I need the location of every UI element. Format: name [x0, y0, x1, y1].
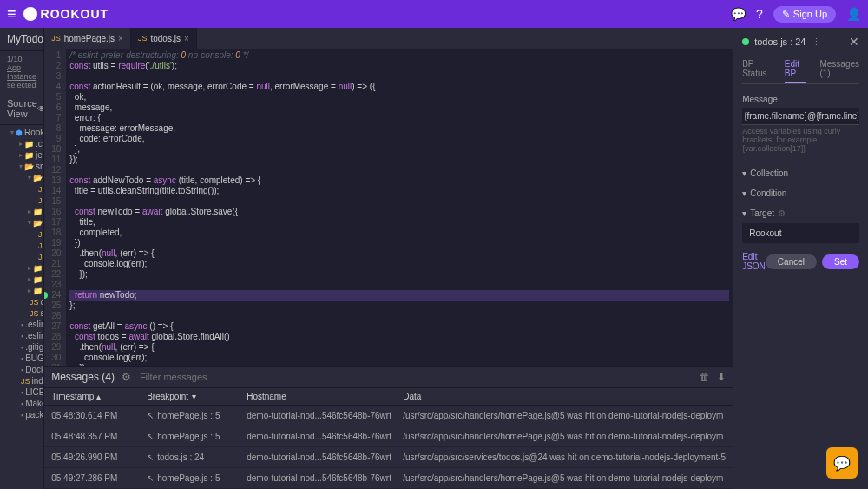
- logo: ROOKOUT: [23, 7, 109, 21]
- set-button[interactable]: Set: [822, 254, 859, 269]
- col-data[interactable]: Data: [403, 392, 726, 401]
- editor-tabs: JS homePage.js ×JS todos.js ×: [44, 28, 733, 49]
- tree-item[interactable]: JS homePage.js: [0, 195, 43, 206]
- bp-tabs: BP StatusEdit BPMessages (1): [742, 56, 859, 84]
- tab-close-icon[interactable]: ×: [184, 34, 189, 43]
- editor-tab[interactable]: JS todos.js ×: [131, 28, 197, 49]
- chevron-down-icon: ▾: [742, 208, 746, 218]
- code-editor[interactable]: 1234567891011121314151617181920212223242…: [44, 49, 733, 366]
- file-tree: ▾⬢ Rookout/tutorial-nodejs:master ▸📁 .ci…: [0, 125, 43, 489]
- arrow-icon: ↖: [147, 411, 154, 420]
- edit-json-link[interactable]: Edit JSON: [742, 252, 766, 271]
- collection-section[interactable]: ▾ Collection: [742, 163, 859, 183]
- tab-close-icon[interactable]: ×: [118, 34, 123, 43]
- topbar: ≡ ROOKOUT 💬 ? ✎ Sign Up 👤: [0, 0, 868, 28]
- tree-item[interactable]: ▪ Makefile: [0, 398, 43, 409]
- tree-item[interactable]: ▪ BUGHUNT.md: [0, 353, 43, 364]
- message-row[interactable]: 05:49:26.990 PM↖ todos.js : 24demo-tutor…: [44, 447, 733, 468]
- editor-tab[interactable]: JS homePage.js ×: [44, 28, 131, 49]
- download-icon[interactable]: ⬇: [717, 371, 726, 383]
- tree-item[interactable]: ▾📂 handlers: [0, 172, 43, 183]
- tree-item[interactable]: ▸📁 jenkins: [0, 149, 43, 161]
- tree-item[interactable]: ▪ package-lock.json: [0, 409, 43, 420]
- tree-item[interactable]: ▪ LICENSE: [0, 387, 43, 398]
- messages-panel: Messages (4) ⚙ 🗑 ⬇ Timestamp ▴ Breakpoin…: [44, 366, 733, 489]
- tree-item[interactable]: JS todos.js: [0, 240, 43, 251]
- message-row[interactable]: 05:48:30.614 PM↖ homePage.js : 5demo-tut…: [44, 406, 733, 426]
- arrow-icon: ↖: [147, 473, 154, 483]
- message-label: Message: [742, 95, 859, 104]
- message-hint: Access variables using curly brackets, f…: [742, 127, 859, 153]
- chevron-down-icon: ▾: [742, 188, 746, 198]
- condition-section[interactable]: ▾ Condition: [742, 183, 859, 203]
- message-row[interactable]: 05:49:27.286 PM↖ homePage.js : 5demo-tut…: [44, 468, 733, 489]
- target-section[interactable]: ▾ Target ⚙: [742, 203, 859, 223]
- tree-item[interactable]: ▾📂 services: [0, 217, 43, 228]
- status-dot-icon: [742, 38, 749, 45]
- messages-filter-input[interactable]: [138, 370, 693, 384]
- message-row[interactable]: 05:48:48.357 PM↖ homePage.js : 5demo-tut…: [44, 426, 733, 447]
- tree-item[interactable]: ▸📁 templates: [0, 274, 43, 285]
- more-icon[interactable]: ⋮: [812, 36, 821, 48]
- tree-item[interactable]: JS index.js: [0, 375, 43, 387]
- tree-item[interactable]: ▸📁 routes: [0, 206, 43, 217]
- tree-item[interactable]: ▾📂 src: [0, 161, 43, 172]
- tree-item[interactable]: ▸📁 .circleci: [0, 138, 43, 149]
- instance-link[interactable]: 1/10 App Instance selected: [0, 51, 43, 93]
- tree-item[interactable]: ▸📁 utils: [0, 285, 43, 296]
- help-icon[interactable]: ?: [756, 7, 763, 21]
- tree-item[interactable]: ▪ .eslintignore: [0, 319, 43, 330]
- tree-item[interactable]: ▪ .gitignore: [0, 341, 43, 353]
- tree-item[interactable]: JS getTodosByFilter.js: [0, 228, 43, 240]
- tree-item[interactable]: JS config.js: [0, 296, 43, 307]
- tree-item[interactable]: ▪ .eslintrc.json: [0, 330, 43, 341]
- signup-button[interactable]: ✎ Sign Up: [773, 6, 836, 23]
- close-icon[interactable]: ✕: [849, 35, 859, 49]
- bp-panel-title: todos.js : 24 ⋮: [742, 36, 820, 48]
- chevron-down-icon: ▾: [742, 169, 746, 178]
- repo-root[interactable]: ▾⬢ Rookout/tutorial-nodejs:master: [0, 127, 43, 138]
- bp-tab[interactable]: Edit BP: [785, 56, 806, 83]
- sidebar: MyTodoApp▾ 1/10 App Instance selected So…: [0, 28, 44, 489]
- bp-tab[interactable]: Messages (1): [819, 56, 859, 83]
- tree-item[interactable]: ▸📁 static: [0, 262, 43, 274]
- eye-icon[interactable]: 👁: [37, 104, 44, 114]
- delete-icon[interactable]: 🗑: [700, 371, 710, 383]
- tree-item[interactable]: JS utils.js: [0, 251, 43, 262]
- gear-icon[interactable]: ⚙: [122, 371, 131, 383]
- chat-icon[interactable]: 💬: [731, 7, 746, 21]
- tree-item[interactable]: JS server.js: [0, 307, 43, 319]
- cancel-button[interactable]: Cancel: [766, 254, 817, 269]
- message-input[interactable]: [742, 108, 859, 125]
- breakpoint-dot-icon[interactable]: [44, 292, 48, 299]
- breakpoint-panel: todos.js : 24 ⋮ ✕ BP StatusEdit BPMessag…: [733, 28, 868, 489]
- chat-fab[interactable]: 💬: [826, 447, 858, 479]
- source-view-header[interactable]: Source View 👁 🔍: [0, 93, 43, 125]
- target-value: Rookout: [742, 223, 859, 243]
- hamburger-icon[interactable]: ≡: [7, 5, 16, 23]
- messages-header-row: Timestamp ▴ Breakpoint ▾ Hostname Data: [44, 388, 733, 406]
- app-selector[interactable]: MyTodoApp▾: [0, 28, 43, 51]
- arrow-icon: ↖: [147, 432, 154, 441]
- col-timestamp[interactable]: Timestamp ▴: [51, 392, 147, 401]
- bp-tab[interactable]: BP Status: [742, 56, 771, 83]
- col-breakpoint[interactable]: Breakpoint ▾: [147, 392, 247, 401]
- tree-item[interactable]: JS actions.js: [0, 183, 43, 195]
- tree-item[interactable]: ▪ Dockerfile: [0, 364, 43, 375]
- logo-icon: [23, 7, 37, 21]
- arrow-icon: ↖: [147, 453, 154, 462]
- user-icon[interactable]: 👤: [846, 7, 861, 21]
- gear-icon[interactable]: ⚙: [778, 208, 786, 218]
- messages-title: Messages (4): [51, 371, 115, 383]
- col-hostname[interactable]: Hostname: [247, 392, 403, 401]
